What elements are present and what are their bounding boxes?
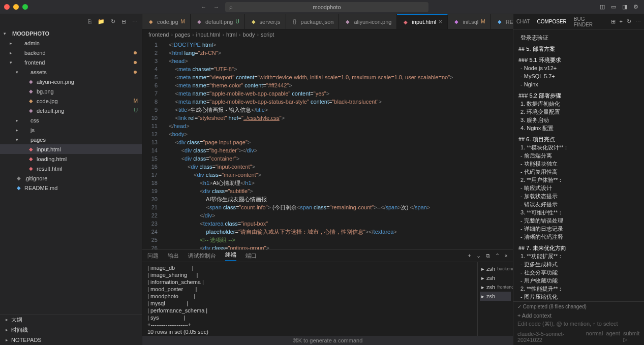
close-window-icon[interactable] (4, 4, 10, 10)
new-file-icon[interactable]: ⎘ (88, 18, 91, 24)
folder-js[interactable]: ▸js (0, 125, 142, 135)
tab-default.png[interactable]: ◆default.pngU (191, 14, 245, 29)
file-icon: ◆ (27, 108, 35, 113)
ai-content-line: 2. **用户体验**： (518, 176, 639, 184)
file-icon: ◆ (15, 175, 22, 181)
panel-tab-终端[interactable]: 终端 (225, 251, 236, 261)
ai-tab-chat[interactable]: CHAT (516, 19, 530, 24)
history-icon[interactable]: + (620, 18, 623, 25)
ai-agent[interactable]: agent (606, 330, 620, 343)
layout-primary-icon[interactable]: ◫ (598, 4, 606, 10)
ai-tab-composer[interactable]: COMPOSER (537, 19, 566, 24)
file-result.html[interactable]: ◆result.html (0, 164, 142, 173)
folder-backend[interactable]: ▸backend (0, 48, 142, 57)
terminal-session[interactable]: ▸zsh (480, 292, 511, 301)
editor-tabs: ◆code.jpgM◆default.pngU◆server.js{}packa… (142, 14, 513, 29)
ai-model-selector[interactable]: claude-3-5-sonnet-20241022 (517, 331, 583, 343)
settings-icon[interactable]: ⚙ (632, 4, 640, 10)
collapse-icon[interactable]: ⊟ (121, 18, 126, 25)
breadcrumb-segment[interactable]: input.html (196, 32, 221, 38)
tab-init.sql[interactable]: ◆init.sqlM (448, 14, 491, 29)
sidebar-view-NOTEPADS[interactable]: ▸NOTEPADS (0, 335, 142, 345)
ai-content-line: ## 7. 未来优化方向 (518, 244, 639, 252)
close-icon[interactable]: ⋯ (635, 18, 641, 25)
file-type-icon: ◆ (196, 19, 203, 24)
terminal-session[interactable]: ▸zsh frontend (480, 283, 511, 292)
panel-tab-调试控制台[interactable]: 调试控制台 (188, 252, 216, 260)
ai-content-line: - 响应式设计 (518, 184, 639, 192)
shell-cwd: backend (497, 266, 514, 271)
sidebar-view-大纲[interactable]: ▸大纲 (0, 315, 142, 325)
maximize-icon[interactable]: ⌃ (495, 253, 500, 259)
terminal-session[interactable]: ▸zsh backend (480, 264, 511, 273)
file-bg.png[interactable]: ◆bg.png (0, 86, 142, 96)
tab-label: code.jpg (157, 19, 178, 25)
more-icon[interactable]: ↻ (627, 18, 631, 25)
ai-content-line: - 用户收藏功能 (518, 276, 639, 285)
layout-secondary-icon[interactable]: ◨ (621, 4, 629, 10)
ai-content-line: - 代码复用性高 (518, 168, 639, 176)
tab-label: aliyun-icon.png (354, 19, 391, 25)
ai-content-line: 2. 环境变量配置 (518, 108, 639, 116)
window-controls[interactable] (4, 4, 28, 10)
file-type-icon: ◆ (344, 19, 351, 24)
new-folder-icon[interactable]: 📁 (98, 18, 105, 25)
code-editor[interactable]: <!DOCTYPE html> <html lang="zh-CN"> <hea… (163, 40, 513, 249)
ai-panel-body[interactable]: 登录态验证## 5. 部署方案### 5.1 环境要求- Node.js v12… (513, 29, 644, 301)
file-code.jpg[interactable]: ◆code.jpgM (0, 96, 142, 106)
minimize-window-icon[interactable] (13, 4, 19, 10)
panel-tab-问题[interactable]: 问题 (147, 252, 159, 260)
tab-aliyun-icon.png[interactable]: ◆aliyun-icon.png (339, 14, 397, 29)
tab-input.html[interactable]: ◆input.html× (397, 14, 448, 29)
sidebar-root[interactable]: ▾ MOODPHOTO (0, 28, 142, 38)
ai-content-line: - Node.js v12+ (518, 64, 639, 72)
breadcrumb-segment[interactable]: script (261, 32, 274, 38)
command-center[interactable]: ⌕ moodphoto (225, 2, 428, 12)
panel-tab-端口[interactable]: 端口 (246, 252, 257, 260)
ai-mode[interactable]: normal (586, 330, 603, 343)
ai-tab-bug finder[interactable]: BUG FINDER (574, 16, 604, 27)
dropdown-icon[interactable]: ⌄ (476, 253, 481, 259)
folder-frontend[interactable]: ▾frontend (0, 57, 142, 67)
folder-pages[interactable]: ▾pages (0, 135, 142, 144)
nav-back-icon[interactable]: ← (201, 4, 206, 10)
tab-package.json[interactable]: {}package.json (286, 14, 340, 29)
file-README.md[interactable]: ◆README.md (0, 183, 142, 193)
file-loading.html[interactable]: ◆loading.html (0, 154, 142, 164)
breadcrumb-segment[interactable]: frontend (148, 32, 169, 38)
maximize-window-icon[interactable] (22, 4, 28, 10)
layout-panel-icon[interactable]: ▭ (609, 4, 618, 10)
folder-assets[interactable]: ▾assets (0, 67, 142, 77)
file-input.html[interactable]: ◆input.html (0, 144, 142, 154)
add-context-button[interactable]: + Add context (517, 312, 640, 319)
item-label: js (30, 127, 35, 133)
file-tree[interactable]: ▸admin▸backend▾frontend▾assets◆aliyun-ic… (0, 38, 142, 314)
add-icon[interactable]: + (468, 253, 471, 259)
nav-forward-icon[interactable]: → (213, 4, 219, 10)
new-icon[interactable]: ⊞ (611, 18, 616, 25)
panel-tab-输出[interactable]: 输出 (168, 252, 179, 260)
ai-input-hint[interactable]: Edit code (⌘I), @ to mention, ↑ to selec… (517, 321, 640, 327)
terminal[interactable]: | image_db || image_sharing || informati… (142, 262, 477, 336)
file-.gitignore[interactable]: ◆.gitignore (0, 173, 142, 183)
breadcrumb[interactable]: frontend›pages›input.html›html›body›scri… (142, 29, 513, 40)
close-tab-icon[interactable]: × (439, 18, 442, 25)
ai-panel: CHATCOMPOSERBUG FINDER⊞+↻⋯ 登录态验证## 5. 部署… (513, 14, 644, 345)
breadcrumb-segment[interactable]: body (243, 32, 255, 38)
shell-icon: ▸ (481, 266, 484, 272)
tab-server.js[interactable]: ◆server.js (245, 14, 286, 29)
more-icon[interactable]: ⋯ (132, 18, 138, 25)
split-icon[interactable]: ⧉ (486, 253, 490, 259)
tab-code.jpg[interactable]: ◆code.jpgM (142, 14, 191, 29)
folder-css[interactable]: ▸css (0, 115, 142, 125)
terminal-session[interactable]: ▸zsh (480, 273, 511, 283)
breadcrumb-segment[interactable]: pages (175, 32, 190, 38)
folder-admin[interactable]: ▸admin (0, 38, 142, 48)
sidebar-view-时间线[interactable]: ▸时间线 (0, 325, 142, 335)
close-icon[interactable]: × (505, 253, 508, 259)
refresh-icon[interactable]: ↻ (111, 18, 115, 25)
file-aliyun-icon.png[interactable]: ◆aliyun-icon.png (0, 77, 142, 86)
file-default.png[interactable]: ◆default.pngU (0, 106, 142, 115)
ai-submit-button[interactable]: submit ▷ (623, 330, 640, 343)
breadcrumb-segment[interactable]: html (226, 32, 237, 38)
